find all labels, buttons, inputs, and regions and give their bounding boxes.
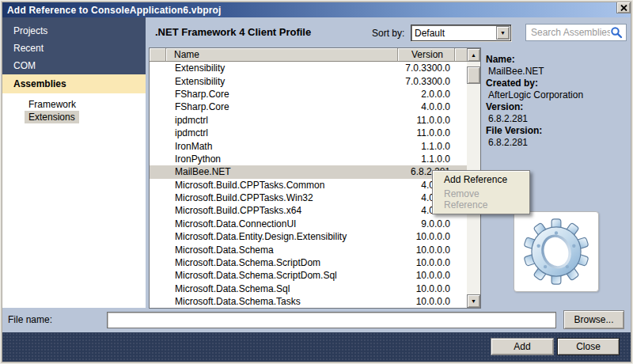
context-menu: Add Reference Remove Reference [432,170,530,214]
assembly-name: ipdmctrl [175,115,372,126]
column-header-name[interactable]: Name [166,48,398,62]
sidebar-subitems: Framework Extensions [2,93,146,123]
assembly-version: 10.0.0.0 [372,257,467,268]
assembly-version: 4.0.0.0 [372,101,467,112]
browse-button[interactable]: Browse... [563,310,624,329]
assembly-row[interactable]: Microsoft.Data.Schema10.0.0.0 [150,243,467,256]
sidebar-item-framework[interactable]: Framework [25,98,80,111]
assembly-version: 10.0.0.0 [372,283,467,294]
titlebar[interactable]: Add Reference to ConsoleApplication6.vbp… [2,2,631,17]
assembly-row[interactable]: ipdmctrl11.0.0.0 [150,114,467,127]
assembly-version: 10.0.0.0 [372,231,467,242]
sidebar-item-recent[interactable]: Recent [2,40,146,57]
sort-by-value: Default [411,28,496,39]
details-name-label: Name: [486,54,624,66]
search-assemblies-box [525,24,627,41]
file-name-label: File name: [8,314,52,325]
scroll-down-button[interactable]: ▼ [467,294,480,308]
assembly-row[interactable]: Microsoft.Build.CPPTasks.x644.0.0.0 [150,204,467,217]
assembly-row[interactable]: FSharp.Core2.0.0.0 [150,88,467,100]
assembly-name: FSharp.Core [175,101,372,112]
assembly-list-rows: Extensibility7.0.3300.0Extensibility7.0.… [150,62,467,308]
assembly-name: Microsoft.Build.CPPTasks.x64 [175,205,372,216]
close-button[interactable]: Close [557,338,620,355]
assembly-version: 7.0.3300.0 [372,63,467,74]
assembly-row[interactable]: MailBee.NET6.8.2.281 [150,165,467,178]
scrollbar-thumb[interactable] [467,66,480,84]
assembly-name: IronPython [175,154,372,165]
sidebar-item-extensions[interactable]: Extensions [25,111,79,123]
details-file-version-value: 6.8.2.281 [486,137,624,149]
assembly-version: 2.0.0.0 [372,89,467,100]
assembly-row[interactable]: Microsoft.Data.Schema.ScriptDom10.0.0.0 [150,256,467,269]
assembly-row[interactable]: Microsoft.Data.Entity.Design.Extensibili… [150,230,467,243]
search-input[interactable] [526,27,610,38]
assembly-row[interactable]: Microsoft.Build.CPPTasks.Win324.0.0.0 [150,191,467,204]
assembly-details-panel: Name: MailBee.NET Created by: AfterLogic… [486,54,624,149]
assembly-row[interactable]: ipdmctrl11.0.0.0 [150,127,467,139]
sidebar-item-projects[interactable]: Projects [2,22,146,40]
assembly-name: Microsoft.Build.CPPTasks.Common [175,180,372,191]
details-version-value: 6.8.2.281 [486,113,624,125]
assembly-version: 11.0.0.0 [372,127,467,138]
gear-icon [523,218,589,285]
assembly-name: ipdmctrl [175,127,372,138]
dropdown-button[interactable]: ▼ [496,26,510,40]
assembly-name: IronMath [175,141,372,152]
assembly-row[interactable]: Microsoft.Data.ConnectionUI9.0.0.0 [150,218,467,230]
assembly-version: 1.1.0.0 [372,141,467,152]
assembly-row[interactable]: FSharp.Core4.0.0.0 [150,100,467,113]
assembly-row[interactable]: Microsoft.Data.Schema.Sql10.0.0.0 [150,282,467,295]
assembly-version: 7.0.3300.0 [372,76,467,87]
details-name-value: MailBee.NET [486,66,624,78]
assembly-list: Name Version ▲ Extensibility7.0.3300.0Ex… [149,47,481,309]
assembly-row[interactable]: IronMath1.1.0.0 [150,139,467,152]
add-reference-dialog: Add Reference to ConsoleApplication6.vbp… [0,0,633,364]
sidebar-nav-group: Projects Recent COM [2,17,146,74]
assembly-version: 9.0.0.0 [372,218,467,229]
details-created-by-label: Created by: [486,78,624,89]
assembly-row[interactable]: Microsoft.Data.Schema.Tasks10.0.0.0 [150,295,467,308]
sidebar: Projects Recent COM Assemblies Framework… [2,17,146,308]
close-icon [620,5,627,11]
assembly-row[interactable]: Microsoft.Data.Schema.ScriptDom.Sql10.0.… [150,269,467,282]
assembly-name: MailBee.NET [175,166,372,177]
scroll-up-button[interactable]: ▲ [467,48,480,62]
sort-by-label: Sort by: [372,28,404,39]
context-menu-remove-reference: Remove Reference [433,187,529,212]
window-title: Add Reference to ConsoleApplication6.vbp… [7,5,222,16]
assembly-name: Extensibility [175,63,372,74]
add-button[interactable]: Add [491,338,554,355]
column-header-version[interactable]: Version [398,48,455,62]
assembly-name: Microsoft.Data.Schema [175,245,372,256]
search-icon[interactable] [610,26,623,39]
assembly-name: Microsoft.Build.CPPTasks.Win32 [175,192,372,203]
assembly-name: Microsoft.Data.Schema.Sql [175,283,372,294]
assembly-name: Microsoft.Data.Schema.Tasks [175,296,372,307]
assembly-row[interactable]: IronPython1.1.0.0 [150,153,467,165]
assembly-name: Microsoft.Data.Schema.ScriptDom [175,257,372,268]
assembly-name: Microsoft.Data.Entity.Design.Extensibili… [175,231,372,242]
assembly-name: Microsoft.Data.Schema.ScriptDom.Sql [175,270,372,281]
details-version-label: Version: [486,101,624,113]
triangle-up-icon: ▲ [471,52,476,58]
assembly-row[interactable]: Microsoft.Build.CPPTasks.Common4.0.0.0 [150,179,467,191]
assembly-name: Extensibility [175,76,372,87]
assembly-version: 1.1.0.0 [372,154,467,165]
sidebar-item-com[interactable]: COM [2,57,146,74]
assembly-row[interactable]: Extensibility7.0.3300.0 [150,62,467,74]
column-header-filler [455,48,467,62]
dialog-footer: Add Close [2,332,631,362]
assembly-icon-card [514,211,599,292]
assembly-version: 10.0.0.0 [372,296,467,307]
close-window-button[interactable] [616,2,631,13]
column-header-blank[interactable] [150,48,166,62]
triangle-down-icon: ▼ [471,298,476,304]
assembly-version: 11.0.0.0 [372,115,467,126]
sort-by-dropdown[interactable]: Default ▼ [411,25,511,41]
details-file-version-label: File Version: [486,125,624,137]
sidebar-item-assemblies[interactable]: Assemblies [2,74,146,93]
assembly-row[interactable]: Extensibility7.0.3300.0 [150,74,467,87]
file-name-input[interactable] [107,312,556,328]
context-menu-add-reference[interactable]: Add Reference [433,173,529,187]
